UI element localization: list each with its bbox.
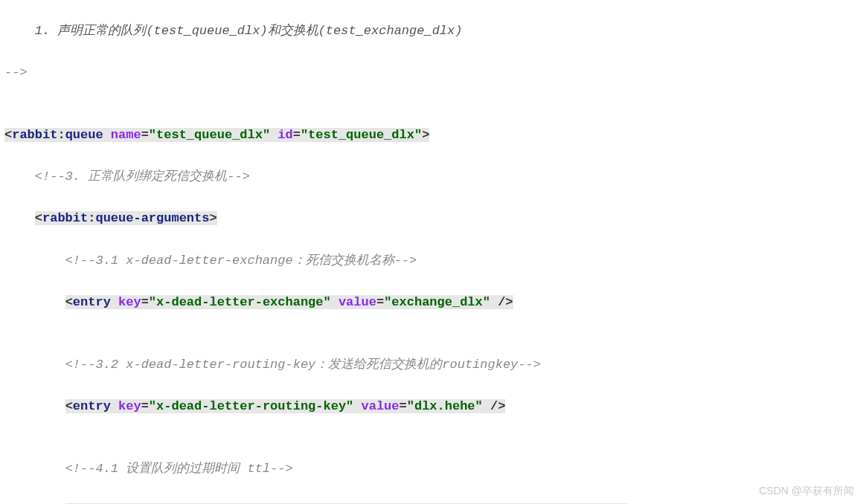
code-line: <!--3.1 x-dead-letter-exchange：死信交换机名称--…	[4, 251, 859, 271]
code-line: <entry key="x-message-ttl" value="10000"…	[4, 500, 859, 504]
code-line: <entry key="x-dead-letter-exchange" valu…	[4, 292, 859, 313]
code-line: 1. 声明正常的队列(test_queue_dlx)和交换机(test_exch…	[4, 21, 859, 42]
code-line: <!--3.2 x-dead-letter-routing-key：发送给死信交…	[4, 355, 859, 375]
tag-entry: <entry key="x-dead-letter-exchange" valu…	[65, 295, 513, 309]
code-line: <!--4.1 设置队列的过期时间 ttl-->	[4, 459, 859, 479]
code-block: 1. 声明正常的队列(test_queue_dlx)和交换机(test_exch…	[0, 0, 863, 504]
comment-text: <!--3.1 x-dead-letter-exchange：死信交换机名称--…	[65, 253, 417, 268]
comment-text: <!--3. 正常队列绑定死信交换机-->	[35, 169, 250, 184]
code-line: <rabbit:queue name="test_queue_dlx" id="…	[4, 125, 859, 146]
comment-text: <!--4.1 设置队列的过期时间 ttl-->	[65, 462, 293, 476]
tag-entry: <entry key="x-dead-letter-routing-key" v…	[65, 399, 506, 413]
comment-text: <!--3.2 x-dead-letter-routing-key：发送给死信交…	[65, 358, 541, 372]
tag-open-queue-arguments: <rabbit:queue-arguments>	[35, 211, 217, 225]
code-line: <!--3. 正常队列绑定死信交换机-->	[4, 167, 859, 187]
code-line: <rabbit:queue-arguments>	[4, 208, 859, 229]
comment-text: 1. 声明正常的队列(test_queue_dlx)和交换机(test_exch…	[35, 24, 463, 38]
comment-text: -->	[4, 65, 28, 80]
code-line: -->	[4, 62, 859, 83]
tag-open-queue: <rabbit:queue name="test_queue_dlx" id="…	[4, 128, 429, 142]
watermark-text: CSDN @卒获有所闻	[759, 482, 854, 500]
code-line: <entry key="x-dead-letter-routing-key" v…	[4, 396, 859, 417]
